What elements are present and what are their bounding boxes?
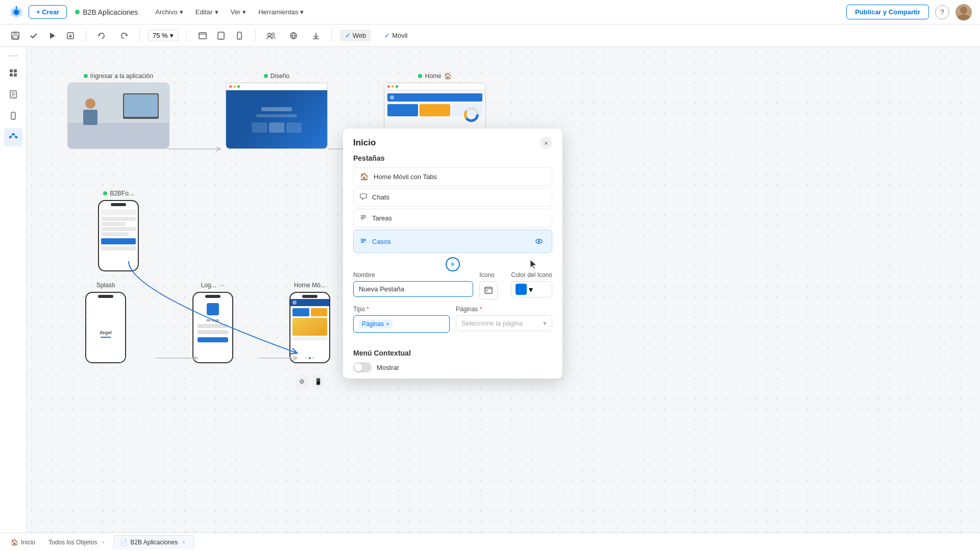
tipo-select[interactable]: Páginas × bbox=[353, 315, 450, 333]
create-button[interactable]: + Crear bbox=[29, 5, 67, 19]
modal-close-button[interactable]: × bbox=[540, 137, 552, 149]
tab-todos-objetos[interactable]: Todos los Objetos × bbox=[42, 535, 113, 549]
nombre-input[interactable] bbox=[353, 281, 473, 297]
menu-editar[interactable]: Editar ▾ bbox=[190, 6, 224, 18]
paginas-label: Páginas * bbox=[456, 306, 552, 313]
node-diseno[interactable]: Diseño bbox=[226, 72, 328, 149]
node-b2bfo[interactable]: B2BFo... bbox=[98, 190, 139, 271]
icon-picker[interactable] bbox=[479, 281, 498, 299]
link-button[interactable] bbox=[286, 29, 301, 43]
svg-rect-26 bbox=[10, 73, 13, 77]
save-button[interactable] bbox=[8, 29, 22, 43]
status-dot bbox=[75, 10, 80, 14]
redo-button[interactable] bbox=[117, 29, 131, 43]
list-item-casos[interactable]: Casos bbox=[353, 230, 552, 253]
divider-5 bbox=[331, 30, 332, 42]
tab-todos-close[interactable]: × bbox=[100, 539, 107, 546]
svg-point-4 bbox=[960, 7, 967, 14]
svg-rect-36 bbox=[15, 136, 17, 138]
svg-rect-12 bbox=[199, 33, 206, 39]
drag-handle: • • • bbox=[9, 53, 17, 59]
tab-inicio[interactable]: 🏠 Inicio bbox=[4, 535, 42, 549]
svg-point-33 bbox=[13, 118, 14, 119]
list-item-chats[interactable]: Chats bbox=[353, 188, 552, 207]
menu-archivo[interactable]: Archivo ▾ bbox=[150, 6, 188, 18]
modal-form: Nombre Icono Color del Icono ▾ bbox=[343, 271, 562, 347]
form-row-1: Nombre Icono Color del Icono ▾ bbox=[353, 271, 552, 299]
svg-point-2 bbox=[14, 10, 19, 15]
settings-icon[interactable]: ⚙ bbox=[296, 375, 308, 388]
mostrar-toggle[interactable] bbox=[353, 362, 372, 372]
form-row-2: Tipo * Páginas × Páginas * bbox=[353, 306, 552, 333]
menu-herramientas[interactable]: Herramientas ▾ bbox=[253, 6, 309, 18]
tipo-label: Tipo * bbox=[353, 306, 450, 313]
sidebar-flow-tool[interactable] bbox=[4, 128, 22, 146]
tab-b2b-close[interactable]: × bbox=[180, 539, 187, 546]
mobile-view-button[interactable]: ✓ Móvil bbox=[379, 30, 412, 41]
menu-contextual-title: Menú Contextual bbox=[343, 347, 562, 362]
svg-rect-56 bbox=[486, 290, 488, 292]
check-button[interactable] bbox=[27, 29, 41, 43]
file-actions bbox=[8, 29, 78, 43]
node-splash[interactable]: Splash degel bbox=[85, 282, 126, 363]
sidebar-mobile-tool[interactable] bbox=[4, 107, 22, 125]
icono-label: Icono bbox=[479, 271, 505, 279]
tablet-button[interactable] bbox=[213, 29, 229, 43]
svg-line-38 bbox=[14, 134, 15, 137]
list-item-tareas[interactable]: Tareas bbox=[353, 209, 552, 228]
eye-button[interactable] bbox=[532, 235, 546, 248]
home-tabs-label: Home Móvil con Tabs bbox=[374, 173, 546, 181]
home-tabs-icon: 🏠 bbox=[360, 172, 369, 181]
sidebar-page-tool[interactable] bbox=[4, 85, 22, 104]
mostrar-toggle-row: Mostrar bbox=[343, 362, 562, 379]
pestanas-list: 🏠 Home Móvil con Tabs Chats Tareas bbox=[343, 167, 562, 253]
mobile-icon[interactable]: 📱 bbox=[312, 375, 324, 388]
casos-label: Casos bbox=[372, 238, 527, 245]
app-logo bbox=[8, 4, 24, 20]
svg-rect-27 bbox=[14, 73, 17, 77]
color-group: Color del Icono ▾ bbox=[511, 271, 552, 297]
add-tab-button[interactable]: + bbox=[446, 257, 460, 271]
help-button[interactable]: ? bbox=[935, 5, 949, 19]
tab-b2b[interactable]: 📄 B2B Aplicaciones × bbox=[113, 535, 194, 549]
download-button[interactable] bbox=[309, 29, 323, 43]
nav-right-section: Publicar y Compartir ? bbox=[846, 4, 972, 20]
casos-icon bbox=[360, 237, 367, 246]
mobile-button[interactable] bbox=[232, 29, 247, 43]
svg-rect-25 bbox=[14, 69, 17, 72]
menu-ver[interactable]: Ver ▾ bbox=[226, 6, 252, 18]
user-avatar[interactable] bbox=[955, 4, 972, 20]
color-picker[interactable]: ▾ bbox=[511, 281, 552, 297]
divider-2 bbox=[139, 30, 140, 42]
node-log[interactable]: Log... → mi logo bbox=[192, 282, 233, 363]
node-home-mo[interactable]: Home Mó... bbox=[289, 282, 330, 388]
svg-point-17 bbox=[239, 38, 240, 39]
tipo-clear-button[interactable]: × bbox=[386, 321, 389, 327]
project-name-label: B2B Aplicaciones bbox=[71, 8, 142, 16]
zoom-selector[interactable]: 75 % ▾ bbox=[148, 30, 178, 41]
list-item-home-tabs[interactable]: 🏠 Home Móvil con Tabs bbox=[353, 167, 552, 186]
tareas-icon bbox=[360, 214, 367, 222]
svg-rect-8 bbox=[13, 36, 18, 38]
publish-share-button[interactable]: Publicar y Compartir bbox=[846, 5, 929, 19]
users-button[interactable] bbox=[264, 29, 278, 43]
divider-1 bbox=[86, 30, 86, 42]
export-button[interactable] bbox=[63, 29, 78, 43]
svg-point-15 bbox=[220, 38, 222, 39]
chats-label: Chats bbox=[372, 193, 546, 201]
play-button[interactable] bbox=[45, 29, 59, 43]
device-buttons bbox=[195, 29, 247, 43]
undo-button[interactable] bbox=[94, 29, 109, 43]
paginas-select[interactable]: Seleccione la página ▾ bbox=[456, 315, 552, 331]
mostrar-label: Mostrar bbox=[377, 364, 399, 371]
inicio-modal[interactable]: Inicio × Pestañas 🏠 Home Móvil con Tabs … bbox=[343, 129, 562, 379]
color-label: Color del Icono bbox=[511, 271, 552, 279]
sidebar-grid-tool[interactable] bbox=[4, 64, 22, 82]
nombre-label: Nombre bbox=[353, 271, 473, 279]
fullscreen-button[interactable] bbox=[195, 29, 210, 43]
editor-toolbar: 75 % ▾ ✓ Web ✓ Móvil bbox=[0, 24, 980, 47]
svg-marker-9 bbox=[50, 33, 55, 39]
svg-point-19 bbox=[272, 33, 274, 35]
web-view-button[interactable]: ✓ Web bbox=[340, 30, 372, 41]
node-ingresar[interactable]: Ingresar a la aplicación bbox=[67, 72, 169, 149]
